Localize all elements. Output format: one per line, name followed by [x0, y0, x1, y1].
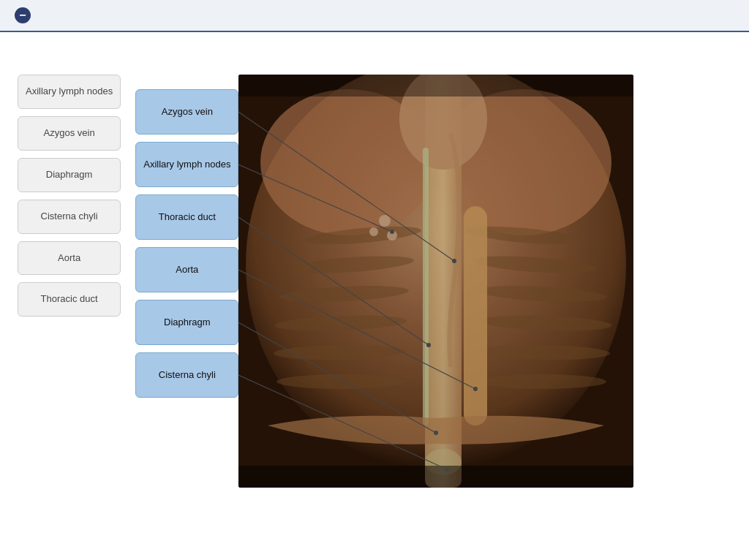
- exercise-area: Axillary lymph nodesAzygos veinDiaphragm…: [18, 75, 731, 488]
- anatomy-svg: [238, 75, 633, 488]
- label-box-2[interactable]: Thoracic duct: [135, 194, 238, 240]
- label-box-1[interactable]: Axillary lymph nodes: [135, 142, 238, 187]
- label-box-0[interactable]: Azygos vein: [135, 89, 238, 135]
- word-card-wb5[interactable]: Aorta: [18, 241, 121, 276]
- notification-banner: −: [0, 0, 749, 32]
- anatomy-canvas: [238, 75, 633, 488]
- svg-rect-25: [238, 75, 633, 97]
- svg-rect-24: [238, 75, 633, 488]
- label-box-5[interactable]: Cisterna chyli: [135, 352, 238, 398]
- svg-rect-26: [238, 466, 633, 488]
- word-bank: Axillary lymph nodesAzygos veinDiaphragm…: [18, 75, 121, 317]
- labels-stack: Azygos veinAxillary lymph nodesThoracic …: [135, 75, 238, 488]
- info-icon: −: [15, 7, 31, 23]
- diagram-container: Azygos veinAxillary lymph nodesThoracic …: [135, 75, 633, 488]
- anatomy-photo: [238, 75, 633, 488]
- word-card-wb3[interactable]: Diaphragm: [18, 158, 121, 192]
- word-card-wb2[interactable]: Azygos vein: [18, 116, 121, 151]
- label-box-3[interactable]: Aorta: [135, 247, 238, 292]
- word-card-wb6[interactable]: Thoracic duct: [18, 282, 121, 317]
- label-box-4[interactable]: Diaphragm: [135, 300, 238, 345]
- word-card-wb1[interactable]: Axillary lymph nodes: [18, 75, 121, 109]
- main-content: Axillary lymph nodesAzygos veinDiaphragm…: [0, 32, 749, 502]
- word-card-wb4[interactable]: Cisterna chyli: [18, 200, 121, 234]
